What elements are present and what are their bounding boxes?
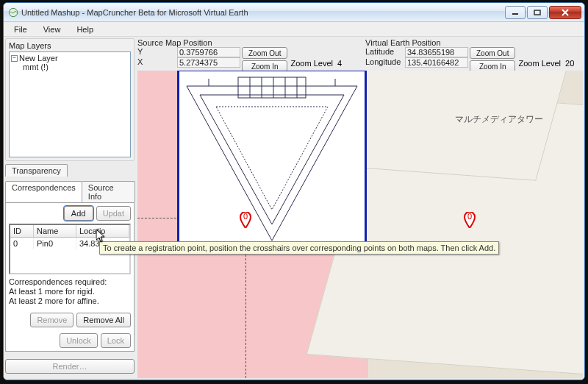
sidebar-tabs2: Correspondences Source Info — [5, 181, 135, 202]
tooltip: To create a registration point, position… — [99, 241, 499, 255]
ve-zoom-out-button[interactable]: Zoom Out — [470, 47, 515, 59]
map-area[interactable]: マルチメディアタワー — [137, 71, 583, 378]
remove-all-button[interactable]: Remove All — [76, 313, 131, 327]
app-icon — [8, 7, 18, 18]
svg-marker-5 — [187, 86, 357, 241]
map-layers-group: Map Layers − New Layer mmt (!) — [5, 38, 135, 161]
add-button[interactable]: Add — [64, 206, 93, 221]
tab-transparency[interactable]: Transparency — [5, 164, 68, 177]
tab-source-info[interactable]: Source Info — [82, 181, 135, 202]
menu-help[interactable]: Help — [69, 24, 101, 35]
position-header: Source Map Position Y 0.3759766 X 5.2734… — [137, 38, 583, 69]
cursor-icon — [96, 230, 105, 243]
col-name[interactable]: Name — [34, 225, 76, 237]
ve-position-title: Virtual Earth Position — [365, 38, 584, 47]
maximize-button[interactable] — [527, 6, 548, 19]
tab-correspondences[interactable]: Correspondences — [5, 181, 82, 202]
render-button[interactable]: Render… — [5, 359, 135, 374]
close-button[interactable] — [549, 6, 581, 19]
ve-zoom-level: Zoom Level 20 — [518, 59, 574, 68]
window-buttons — [503, 6, 581, 19]
tree-label: mmt (!) — [23, 63, 49, 71]
lock-button[interactable]: Lock — [101, 333, 131, 348]
sidebar: Map Layers − New Layer mmt (!) Transpare… — [5, 38, 135, 378]
ve-map-label: マルチメディアタワー — [455, 113, 543, 126]
correspondences-panel: Add Updat ID Name Locatio 0 Pin0 34.836… — [5, 202, 135, 352]
layer-tree[interactable]: − New Layer mmt (!) — [9, 51, 131, 157]
menu-file[interactable]: File — [7, 24, 35, 35]
marker-icon[interactable]: 0 — [464, 212, 476, 228]
x-label: X — [137, 57, 177, 68]
virtual-earth-position: Virtual Earth Position Latitude 34.83655… — [365, 38, 584, 72]
lat-value: 34.83655198 — [405, 47, 468, 57]
render-area: Render… — [5, 359, 135, 374]
unlock-button[interactable]: Unlock — [60, 333, 98, 348]
source-zoom-level: Zoom Level 4 — [290, 59, 342, 68]
lon-value: 135.40166482 — [405, 57, 468, 68]
x-value: 5.2734375 — [177, 57, 240, 68]
y-label: Y — [137, 47, 177, 57]
sidebar-tabs: Transparency — [5, 164, 135, 177]
source-map[interactable] — [177, 71, 367, 253]
menubar: File View Help — [4, 22, 584, 37]
client-area: Map Layers − New Layer mmt (!) Transpare… — [4, 37, 584, 380]
y-value: 0.3759766 — [177, 47, 240, 57]
table-header: ID Name Locatio — [10, 225, 129, 238]
tree-item-root[interactable]: − New Layer — [11, 54, 129, 63]
tree-collapse-icon[interactable]: − — [11, 55, 18, 62]
virtual-earth-map[interactable]: マルチメディアタワー — [368, 71, 583, 378]
lon-label: Longitude — [365, 57, 405, 68]
window-title: Untitled Mashup - MapCruncher Beta for M… — [21, 8, 248, 17]
col-id[interactable]: ID — [10, 225, 34, 237]
remove-button[interactable]: Remove — [30, 313, 74, 327]
tree-item-child[interactable]: mmt (!) — [11, 63, 129, 71]
source-map-position: Source Map Position Y 0.3759766 X 5.2734… — [137, 38, 365, 72]
svg-rect-2 — [534, 10, 540, 15]
map-layers-title: Map Layers — [9, 41, 131, 50]
svg-text:0: 0 — [243, 212, 248, 221]
source-zoom-out-button[interactable]: Zoom Out — [242, 47, 287, 59]
marker-icon[interactable]: 0 — [240, 212, 251, 228]
minimize-button[interactable] — [505, 6, 526, 19]
svg-text:0: 0 — [467, 212, 472, 221]
correspondences-required: Correspondences required: At least 1 mor… — [9, 277, 131, 307]
svg-marker-6 — [200, 95, 344, 224]
app-window: Untitled Mashup - MapCruncher Beta for M… — [3, 2, 585, 380]
menu-view[interactable]: View — [36, 24, 68, 35]
update-button[interactable]: Updat — [96, 206, 131, 221]
lat-label: Latitude — [365, 47, 405, 57]
tree-label: New Layer — [19, 54, 58, 63]
source-position-title: Source Map Position — [137, 38, 365, 47]
titlebar[interactable]: Untitled Mashup - MapCruncher Beta for M… — [4, 3, 584, 22]
map-canvas: Source Map Position Y 0.3759766 X 5.2734… — [137, 38, 583, 378]
